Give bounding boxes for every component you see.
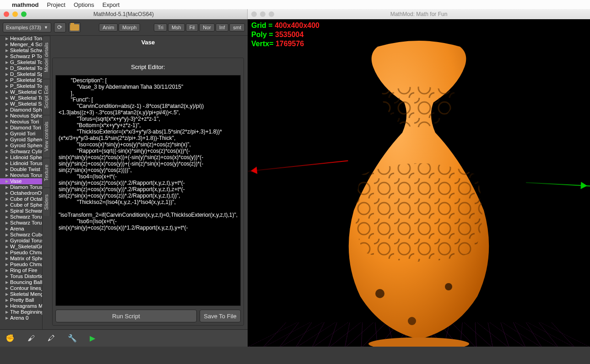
tree-item[interactable]: Schwarz P Tori — [0, 54, 42, 59]
tree-item[interactable]: Arena — [0, 226, 42, 232]
tree-item[interactable]: Vase — [0, 178, 42, 184]
top-toolbar: Examples (373) ▼ ⟳ Anim Morph Tri Msh Fi… — [0, 19, 248, 36]
menu-project[interactable]: Project — [47, 1, 65, 8]
minimize-icon[interactable] — [12, 11, 18, 17]
tree-item[interactable]: Schwarz Cylin... — [0, 149, 42, 155]
model-name: Vase — [52, 37, 244, 48]
tree-item[interactable]: Neovius Sphere — [0, 113, 42, 119]
fil-toggle[interactable]: Fil — [186, 23, 199, 32]
tree-item[interactable]: D_Skeletal Tori — [0, 65, 42, 71]
tri-toggle[interactable]: Tri — [154, 23, 167, 32]
anim-toggle[interactable]: Anim — [99, 23, 118, 32]
tree-item[interactable]: Gyroid Sphere — [0, 137, 42, 143]
open-folder-button[interactable] — [69, 22, 81, 32]
tree-item[interactable]: Pseudo Chmut... — [0, 262, 42, 268]
tree-item[interactable]: Diamon Torus — [0, 184, 42, 190]
morph-toggle[interactable]: Morph — [119, 23, 140, 32]
tree-item[interactable]: The Beginning — [0, 309, 42, 315]
tab-view-controls[interactable]: View controls — [43, 115, 50, 158]
zoom-icon[interactable] — [21, 11, 27, 17]
tree-item[interactable]: W_Skeletal Tori — [0, 95, 42, 101]
close-icon[interactable] — [4, 11, 9, 17]
tree-item[interactable]: Skeletal Schw... — [0, 48, 42, 54]
vase-model — [314, 37, 524, 347]
axis-y-arrow — [526, 182, 590, 186]
save-to-file-button[interactable]: Save To File — [200, 310, 241, 322]
tree-item[interactable]: Schwarz Torus... — [0, 214, 42, 220]
inf-toggle[interactable]: Inf — [216, 23, 228, 32]
viewport[interactable]: Grid = 400x400x400 Poly = 3535004 Vertx=… — [248, 19, 590, 347]
editor-panel: Vase Script Editor: "Description": [ "Va… — [50, 36, 248, 329]
tree-item[interactable]: OctahedronOf... — [0, 190, 42, 196]
tree-item[interactable]: Pseudo Chmut... — [0, 250, 42, 256]
titlebars: MathMod-5.1(MacOS64) MathMod: Math for F… — [0, 9, 590, 19]
side-tabs: Model details Script Edit View controls … — [43, 36, 50, 329]
tree-item[interactable]: Lidinoid Sphere — [0, 155, 42, 161]
tree-item[interactable]: HexaGrid Torus — [0, 36, 42, 42]
tree-item[interactable]: P_Skeletal Tori — [0, 83, 42, 89]
tree-item[interactable]: Diamond Tori — [0, 125, 42, 131]
tree-item[interactable]: W_Skeletal Sp... — [0, 101, 42, 107]
svg-point-5 — [408, 317, 416, 325]
tree-item[interactable]: Neovius Torus — [0, 172, 42, 178]
examples-tree[interactable]: HexaGrid TorusMenger_4 Sch...Skeletal Sc… — [0, 36, 43, 329]
run-script-button[interactable]: Run Script — [55, 310, 197, 322]
poly-label: Poly = — [251, 31, 275, 38]
examples-combo-label: Examples (373) — [6, 25, 41, 30]
tree-item[interactable]: Arena 0 — [0, 315, 42, 321]
msh-toggle[interactable]: Msh — [168, 23, 185, 32]
brush-icon[interactable]: 🖌 — [27, 334, 35, 343]
paint-icon[interactable]: 🖍 — [48, 334, 55, 343]
wrench-icon[interactable]: 🔧 — [68, 334, 77, 343]
examples-combo[interactable]: Examples (373) ▼ — [3, 22, 51, 32]
play-icon[interactable]: ▶ — [90, 334, 95, 343]
tree-item[interactable]: Lidinoid Torus — [0, 161, 42, 166]
vertx-label: Vertx= — [251, 40, 276, 48]
menu-options[interactable]: Options — [74, 1, 94, 8]
smt-toggle[interactable]: smt — [229, 23, 245, 32]
app-name[interactable]: mathmod — [12, 1, 39, 8]
tab-script-edit[interactable]: Script Edit — [43, 79, 50, 115]
tree-item[interactable]: Contour lines_1 — [0, 285, 42, 291]
script-textarea[interactable]: "Description": [ "Vase_3 by Abderrahman … — [55, 75, 241, 306]
close-icon[interactable] — [251, 11, 257, 17]
minimize-icon[interactable] — [260, 11, 265, 17]
right-titlebar: MathMod: Math for Fun — [248, 9, 590, 19]
tree-item[interactable]: Skeletal Menger — [0, 291, 42, 297]
tree-item[interactable]: Torus Distortion — [0, 273, 42, 279]
tab-texture[interactable]: Texture — [43, 158, 50, 187]
tree-item[interactable]: Matrix of Sphe... — [0, 256, 42, 262]
tree-item[interactable]: Schwarz Torus... — [0, 220, 42, 226]
tree-item[interactable]: W_SkeletalGra... — [0, 244, 42, 250]
tree-item[interactable]: Double Twist ... — [0, 166, 42, 172]
tree-item[interactable]: Ring of Fire — [0, 268, 42, 273]
tree-item[interactable]: Spiral Schwarz... — [0, 208, 42, 214]
folder-icon — [70, 24, 79, 31]
tab-model-details[interactable]: Model details — [43, 36, 50, 79]
tree-item[interactable]: P_Skeletal Sph... — [0, 77, 42, 83]
tree-item[interactable]: Gyroid Sphere — [0, 143, 42, 149]
refresh-icon: ⟳ — [57, 24, 62, 31]
nor-toggle[interactable]: Nor — [199, 23, 215, 32]
menu-export[interactable]: Export — [103, 1, 120, 8]
tree-item[interactable]: Gyroid Tori — [0, 131, 42, 137]
tree-item[interactable]: G_Skeletal Tori — [0, 59, 42, 65]
tree-item[interactable]: Schwarz Cube ... — [0, 232, 42, 238]
svg-point-4 — [445, 283, 452, 290]
tree-item[interactable]: Diamond Sphere — [0, 107, 42, 113]
tab-sliders[interactable]: Sliders — [43, 187, 50, 216]
tree-item[interactable]: Gyroidal Torus — [0, 238, 42, 244]
tree-item[interactable]: Neovius Tori — [0, 119, 42, 125]
hand-icon[interactable]: ✊ — [5, 334, 15, 343]
tree-item[interactable]: Menger_4 Sch... — [0, 42, 42, 48]
tree-item[interactable]: Cube of Octah... — [0, 196, 42, 202]
tree-item[interactable]: D_Skeletal Sph... — [0, 71, 42, 77]
poly-value: 3535004 — [275, 31, 303, 38]
tree-item[interactable]: Hexagrams Me... — [0, 303, 42, 309]
tree-item[interactable]: Bouncing Ball — [0, 279, 42, 285]
zoom-icon[interactable] — [269, 11, 274, 17]
refresh-button[interactable]: ⟳ — [54, 22, 66, 32]
tree-item[interactable]: W_Skeletal Cyl... — [0, 89, 42, 95]
tree-item[interactable]: Cube of Spheres — [0, 202, 42, 208]
tree-item[interactable]: Pretty Ball — [0, 297, 42, 303]
